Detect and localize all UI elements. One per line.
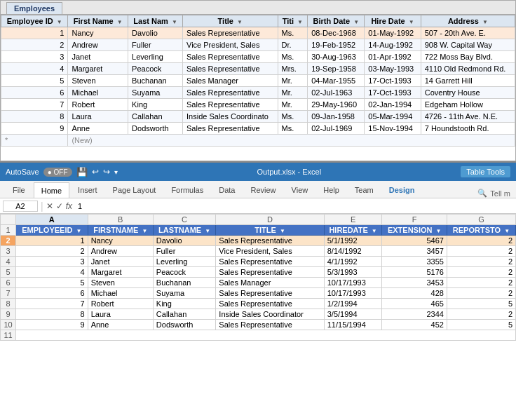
col-header-firstname[interactable]: First Name ▼: [68, 15, 128, 27]
excel-cell-a[interactable]: 9: [16, 320, 88, 330]
excel-cell-b[interactable]: Laura: [88, 309, 153, 320]
excel-cell-b[interactable]: Nancy: [88, 236, 153, 246]
excel-row[interactable]: 7 6 Michael Suyama Sales Representative …: [1, 288, 516, 299]
excel-cell-g[interactable]: 2: [447, 236, 515, 246]
sheet-col-hiredate[interactable]: HIREDATE ▼: [324, 225, 382, 236]
excel-cell-e[interactable]: 5/1/1992: [324, 236, 382, 246]
excel-row[interactable]: 10 9 Anne Dodsworth Sales Representative…: [1, 320, 516, 330]
excel-cell-a[interactable]: 6: [16, 288, 88, 299]
col-header-b[interactable]: B: [88, 215, 153, 225]
col-header-hiredate[interactable]: Hire Date ▼: [365, 15, 421, 27]
excel-cell-g[interactable]: 2: [447, 257, 515, 267]
autosave-toggle[interactable]: ● OFF: [43, 168, 72, 177]
excel-cell-g[interactable]: 2: [447, 267, 515, 278]
excel-cell-c[interactable]: King: [153, 299, 216, 309]
excel-empty-cell[interactable]: [16, 330, 516, 341]
col-header-id[interactable]: Employee ID ▼: [1, 15, 68, 27]
excel-cell-d[interactable]: Sales Representative: [216, 267, 324, 278]
excel-cell-d[interactable]: Inside Sales Coordinator: [216, 309, 324, 320]
excel-cell-g[interactable]: 2: [447, 278, 515, 288]
excel-cell-e[interactable]: 10/17/1993: [324, 278, 382, 288]
excel-cell-a[interactable]: 8: [16, 309, 88, 320]
excel-cell-e[interactable]: 3/5/1994: [324, 309, 382, 320]
excel-cell-f[interactable]: 3453: [382, 278, 447, 288]
excel-cell-c[interactable]: Callahan: [153, 309, 216, 320]
excel-cell-b[interactable]: Anne: [88, 320, 153, 330]
col-header-address[interactable]: Address ▼: [421, 15, 515, 27]
excel-row[interactable]: 4 3 Janet Leverling Sales Representative…: [1, 257, 516, 267]
excel-cell-f[interactable]: 452: [382, 320, 447, 330]
excel-cell-d[interactable]: Vice President, Sales: [216, 246, 324, 257]
access-row[interactable]: 4 Margaret Peacock Sales Representative …: [1, 63, 515, 75]
excel-cell-g[interactable]: 5: [447, 299, 515, 309]
excel-cell-g[interactable]: 5: [447, 320, 515, 330]
col-header-lastname[interactable]: Last Nam ▼: [128, 15, 183, 27]
excel-cell-b[interactable]: Michael: [88, 288, 153, 299]
excel-cell-e[interactable]: 10/17/1993: [324, 288, 382, 299]
col-header-title[interactable]: Title ▼: [183, 15, 278, 27]
tab-design[interactable]: Design: [382, 182, 422, 198]
excel-row[interactable]: 9 8 Laura Callahan Inside Sales Coordina…: [1, 309, 516, 320]
excel-cell-c[interactable]: Peacock: [153, 267, 216, 278]
excel-row[interactable]: 2 1 Nancy Davolio Sales Representative 5…: [1, 236, 516, 246]
save-icon[interactable]: 💾: [76, 167, 88, 177]
excel-cell-d[interactable]: Sales Representative: [216, 257, 324, 267]
excel-cell-f[interactable]: 465: [382, 299, 447, 309]
excel-cell-f[interactable]: 3355: [382, 257, 447, 267]
access-row[interactable]: 7 Robert King Sales Representative Mr. 2…: [1, 99, 515, 111]
col-header-g[interactable]: G: [447, 215, 515, 225]
sheet-col-title[interactable]: TITLE ▼: [216, 225, 324, 236]
col-header-f[interactable]: F: [382, 215, 447, 225]
excel-cell-a[interactable]: 2: [16, 246, 88, 257]
access-row[interactable]: 5 Steven Buchanan Sales Manager Mr. 04-M…: [1, 75, 515, 87]
tab-help[interactable]: Help: [316, 182, 346, 198]
excel-cell-e[interactable]: 5/3/1993: [324, 267, 382, 278]
col-header-d[interactable]: D: [216, 215, 324, 225]
access-row[interactable]: 2 Andrew Fuller Vice President, Sales Dr…: [1, 39, 515, 51]
tab-review[interactable]: Review: [243, 182, 283, 198]
confirm-formula-icon[interactable]: ✓: [56, 201, 63, 211]
excel-row[interactable]: 8 7 Robert King Sales Representative 1/2…: [1, 299, 516, 309]
sheet-col-reportsto[interactable]: REPORTSTO ▼: [447, 225, 515, 236]
access-row[interactable]: 8 Laura Callahan Inside Sales Coordinato…: [1, 111, 515, 123]
access-row[interactable]: 3 Janet Leverling Sales Representative M…: [1, 51, 515, 63]
access-row[interactable]: 6 Michael Suyama Sales Representative Mr…: [1, 87, 515, 99]
excel-cell-c[interactable]: Davolio: [153, 236, 216, 246]
cell-reference[interactable]: [3, 201, 38, 212]
excel-cell-b[interactable]: Margaret: [88, 267, 153, 278]
tab-data[interactable]: Data: [212, 182, 242, 198]
excel-cell-e[interactable]: 11/15/1994: [324, 320, 382, 330]
excel-row[interactable]: 6 5 Steven Buchanan Sales Manager 10/17/…: [1, 278, 516, 288]
excel-cell-a[interactable]: 5: [16, 278, 88, 288]
formula-input[interactable]: [75, 201, 513, 211]
excel-cell-f[interactable]: 2344: [382, 309, 447, 320]
excel-cell-f[interactable]: 3457: [382, 246, 447, 257]
sheet-col-employeeid[interactable]: EMPLOYEEID ▼: [16, 225, 88, 236]
excel-cell-a[interactable]: 3: [16, 257, 88, 267]
excel-cell-d[interactable]: Sales Representative: [216, 320, 324, 330]
excel-cell-b[interactable]: Robert: [88, 299, 153, 309]
tab-view[interactable]: View: [285, 182, 315, 198]
excel-cell-c[interactable]: Fuller: [153, 246, 216, 257]
tab-pagelayout[interactable]: Page Layout: [106, 182, 163, 198]
access-row[interactable]: 9 Anne Dodsworth Sales Representative Ms…: [1, 123, 515, 135]
sheet-col-lastname[interactable]: LASTNAME ▼: [153, 225, 216, 236]
tab-file[interactable]: File: [6, 182, 32, 198]
excel-cell-c[interactable]: Dodsworth: [153, 320, 216, 330]
col-header-a[interactable]: A: [16, 215, 88, 225]
excel-cell-g[interactable]: 2: [447, 288, 515, 299]
excel-cell-g[interactable]: 2: [447, 309, 515, 320]
excel-cell-b[interactable]: Steven: [88, 278, 153, 288]
excel-cell-b[interactable]: Janet: [88, 257, 153, 267]
sheet-col-extension[interactable]: EXTENSION ▼: [382, 225, 447, 236]
excel-cell-f[interactable]: 5467: [382, 236, 447, 246]
excel-cell-d[interactable]: Sales Manager: [216, 278, 324, 288]
col-header-c[interactable]: C: [153, 215, 216, 225]
excel-cell-a[interactable]: 4: [16, 267, 88, 278]
sheet-col-firstname[interactable]: FIRSTNAME ▼: [88, 225, 153, 236]
col-header-birthdate[interactable]: Birth Date ▼: [308, 15, 365, 27]
col-header-titi[interactable]: Titi ▼: [278, 15, 308, 27]
undo-icon[interactable]: ↩: [92, 167, 99, 177]
access-tab[interactable]: Employees: [6, 2, 62, 14]
excel-cell-f[interactable]: 428: [382, 288, 447, 299]
